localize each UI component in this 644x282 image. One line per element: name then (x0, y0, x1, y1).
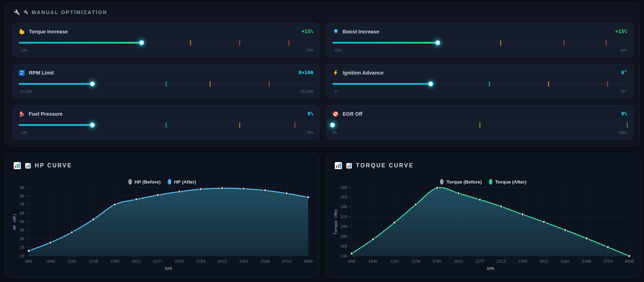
lightning-icon (332, 70, 339, 76)
slider-fill (19, 124, 93, 126)
svg-text:3508: 3508 (261, 259, 270, 264)
slider-fill (19, 42, 141, 44)
slider-range-labels: -10% 60% (332, 48, 627, 52)
slider-range-labels: -10% 50% (19, 48, 313, 52)
slider-min-label: -5° (332, 89, 339, 94)
svg-text:RPM: RPM (487, 267, 494, 271)
svg-text:1538: 1538 (411, 259, 421, 264)
slider-label: Torque Increase (29, 29, 68, 34)
threshold-tick-red (607, 81, 608, 87)
wrench-icon (24, 10, 28, 15)
slider-value: +15% (615, 28, 627, 34)
slider-label: Boost Increase (343, 29, 379, 34)
svg-text:2031: 2031 (132, 259, 141, 264)
svg-text:800: 800 (25, 259, 32, 264)
slider-knob[interactable] (90, 122, 95, 128)
svg-text:4000: 4000 (625, 259, 634, 264)
slider-max-label: 100% (618, 130, 627, 135)
svg-text:800: 800 (348, 259, 355, 264)
svg-text:40: 40 (20, 228, 24, 232)
wrench-icon (14, 9, 20, 16)
prohibited-icon (332, 111, 339, 117)
fuel-icon (19, 111, 25, 117)
svg-text:260: 260 (340, 195, 347, 199)
chart-plot: 1401601802002202402602808001046129215381… (326, 153, 641, 278)
threshold-tick-red (606, 40, 607, 46)
slider (332, 122, 627, 128)
svg-text:60: 60 (20, 211, 24, 216)
svg-text:2769: 2769 (196, 259, 205, 264)
section-header: MANUAL OPTİMİZATİON (14, 9, 107, 16)
svg-text:180: 180 (340, 234, 347, 239)
slider-range-labels: 0% 100% (332, 130, 627, 135)
slider (332, 40, 627, 46)
sliders-grid: Torque Increase +15% -10% 50% Boost Incr… (13, 23, 633, 140)
slider (332, 81, 627, 87)
svg-text:2277: 2277 (153, 259, 162, 264)
slider-fill (332, 83, 431, 85)
slider-min-label: -10% (19, 130, 27, 135)
chart-plot: 1020304050607080908001046129215381785203… (5, 153, 320, 278)
slider-knob[interactable] (90, 81, 95, 86)
slider-card: Ignition Advance 0° -5° 10° (326, 64, 633, 98)
slider-range-labels: -5° 10° (332, 89, 627, 94)
threshold-tick-green (166, 122, 167, 128)
slider-value: 0×100 (299, 70, 313, 75)
slider-card: EGR Off 0% 0% 100% (326, 105, 633, 140)
slider-card-head: Torque Increase (19, 28, 68, 35)
svg-text:10: 10 (20, 254, 24, 258)
slider-min-label: -10% (332, 48, 341, 52)
svg-text:Torque (Nm): Torque (Nm) (333, 209, 338, 235)
threshold-tick-red (288, 40, 289, 46)
svg-text:1292: 1292 (390, 259, 399, 264)
slider-knob[interactable] (435, 40, 440, 45)
svg-text:2523: 2523 (497, 259, 506, 264)
svg-text:1046: 1046 (46, 259, 55, 264)
slider-knob[interactable] (330, 122, 335, 128)
slider-label: RPM Limit (29, 70, 54, 76)
slider-max-label: 50% (307, 48, 313, 52)
hp-curve-card: HP CURVE HP (Before) HP (After) 10203040… (5, 153, 319, 278)
slider-knob[interactable] (139, 40, 144, 45)
svg-text:3015: 3015 (539, 259, 549, 264)
svg-text:280: 280 (340, 185, 347, 190)
svg-text:80: 80 (20, 194, 24, 198)
slider-range-labels: -5×100 15×100 (19, 89, 313, 94)
slider-card-head: RPM Limit (19, 69, 54, 76)
slider-value: 0% (621, 111, 627, 116)
svg-text:2277: 2277 (475, 259, 485, 264)
svg-text:HP (HP): HP (HP) (12, 213, 17, 230)
svg-text:70: 70 (20, 202, 24, 207)
slider-card-head: Boost Increase (332, 28, 379, 35)
slider-card-head: Ignition Advance (332, 69, 383, 76)
threshold-tick-green (627, 122, 628, 128)
threshold-tick-red (269, 81, 270, 87)
threshold-tick-red (563, 40, 565, 46)
svg-text:3262: 3262 (561, 259, 570, 264)
slider-card-head: Fuel Pressure (19, 110, 63, 117)
slider-range-labels: -10% 30% (19, 130, 313, 135)
svg-text:3754: 3754 (603, 259, 613, 264)
slider (19, 40, 313, 46)
svg-text:160: 160 (340, 244, 347, 249)
slider-label: Fuel Pressure (29, 111, 63, 117)
threshold-tick-green (166, 81, 167, 87)
svg-text:140: 140 (340, 254, 347, 258)
threshold-tick-yellow (190, 40, 191, 46)
svg-text:2523: 2523 (174, 259, 184, 264)
svg-text:3262: 3262 (239, 259, 249, 264)
svg-text:3508: 3508 (582, 259, 591, 264)
svg-text:30: 30 (20, 237, 24, 241)
threshold-tick-yellow (479, 122, 480, 128)
threshold-tick-red (294, 122, 295, 128)
slider-min-label: -10% (19, 48, 27, 52)
svg-text:1046: 1046 (368, 259, 378, 264)
slider-label: Ignition Advance (343, 70, 383, 76)
torque-curve-card: TORQUE CURVE Torque (Before) Torque (Aft… (326, 153, 640, 278)
slider-max-label: 10° (620, 89, 627, 94)
svg-text:4000: 4000 (304, 259, 313, 264)
slider-fill (19, 83, 93, 85)
slider-knob[interactable] (428, 81, 433, 86)
slider (19, 122, 313, 128)
svg-text:20: 20 (20, 245, 24, 250)
